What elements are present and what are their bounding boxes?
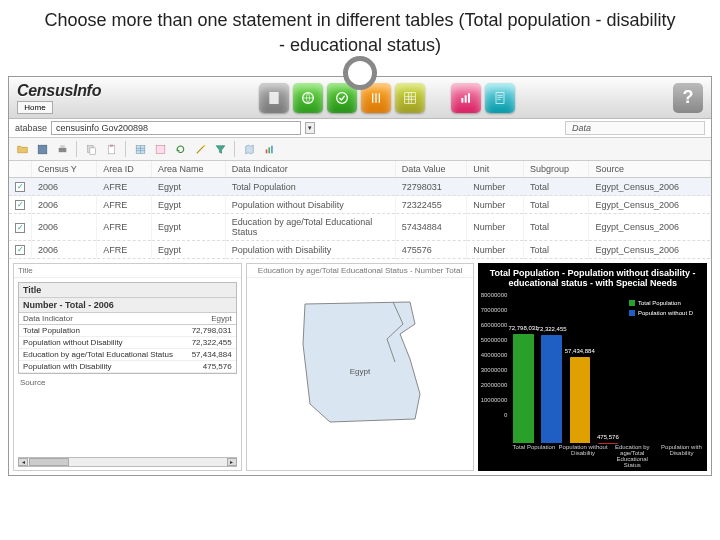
chart-bar[interactable]: 475,576 <box>598 443 618 444</box>
ptable-header-left: Data Indicator <box>23 314 73 323</box>
chart-plot-area: 8000000070000000600000005000000040000000… <box>479 290 626 443</box>
database-dropdown-button[interactable]: ▾ <box>305 122 315 134</box>
svg-rect-8 <box>38 145 47 154</box>
grid-icon <box>402 90 418 106</box>
col-unit[interactable]: Unit <box>467 161 524 178</box>
panel-chart: Total Population - Population without di… <box>478 263 707 471</box>
panel-table-row: Population with Disability475,576 <box>19 361 236 373</box>
save-button[interactable] <box>33 140 51 158</box>
data-panel-label: Data <box>565 121 705 135</box>
svg-rect-13 <box>108 146 115 154</box>
panel-table-scrollbar[interactable]: ◂ ▸ <box>18 457 237 467</box>
svg-rect-12 <box>89 148 94 155</box>
chart-bar[interactable]: 72,798,031 <box>513 334 533 443</box>
row-checkbox[interactable]: ✓ <box>15 182 25 192</box>
print-button[interactable] <box>53 140 71 158</box>
svg-point-2 <box>337 93 348 104</box>
col-source[interactable]: Source <box>589 161 711 178</box>
toolbar <box>9 138 711 161</box>
disk-icon <box>36 143 49 156</box>
panel-table: Title Title Number - Total - 2006 Data I… <box>13 263 242 471</box>
svg-rect-5 <box>465 95 467 102</box>
panel-table-tab[interactable]: Title <box>14 264 241 278</box>
panel-table-subtitle: Number - Total - 2006 <box>19 298 236 313</box>
app-window: CensusInfo Home ? atabase censusinfo Gov… <box>8 76 712 476</box>
svg-rect-18 <box>265 149 267 153</box>
sliders-icon <box>368 90 384 106</box>
chart-bar[interactable]: 57,434,884 <box>570 357 590 443</box>
svg-rect-0 <box>269 92 278 104</box>
database-row: atabase censusinfo Gov200898 ▾ Data <box>9 119 711 138</box>
row-checkbox[interactable]: ✓ <box>15 223 25 233</box>
table-view-button[interactable] <box>131 140 149 158</box>
ptable-header-right: Egypt <box>211 314 231 323</box>
database-field[interactable]: censusinfo Gov200898 <box>51 121 301 135</box>
nav-chart-button[interactable] <box>451 83 481 113</box>
barchart-icon <box>263 143 276 156</box>
chart-icon <box>458 90 474 106</box>
map-tool-button[interactable] <box>240 140 258 158</box>
svg-rect-16 <box>156 146 165 154</box>
page-icon <box>492 90 508 106</box>
panel-table-source: Source <box>14 378 241 387</box>
app-logo: CensusInfo <box>17 82 101 100</box>
nav-grid-button[interactable] <box>395 83 425 113</box>
svg-rect-9 <box>58 148 66 152</box>
table-row[interactable]: ✓2006AFREEgyptTotal Population72798031Nu… <box>9 178 711 196</box>
wand-icon <box>194 143 207 156</box>
scroll-left-button[interactable]: ◂ <box>18 458 28 466</box>
nav-doc-button[interactable] <box>259 83 289 113</box>
pivot-button[interactable] <box>151 140 169 158</box>
folder-icon <box>16 143 29 156</box>
row-checkbox[interactable]: ✓ <box>15 200 25 210</box>
table-header-row: Census Y Area ID Area Name Data Indicato… <box>9 161 711 178</box>
paste-button[interactable] <box>102 140 120 158</box>
funnel-icon <box>214 143 227 156</box>
chart-x-axis: Total PopulationPopulation without Disab… <box>479 443 706 470</box>
chart-bar[interactable]: 72,322,455 <box>541 335 561 443</box>
svg-rect-6 <box>468 93 470 102</box>
reload-button[interactable] <box>171 140 189 158</box>
filter-button[interactable] <box>211 140 229 158</box>
legend-item: Total Population <box>629 300 703 306</box>
home-button[interactable]: Home <box>17 101 53 114</box>
data-table: Census Y Area ID Area Name Data Indicato… <box>9 161 711 259</box>
egypt-map-icon[interactable] <box>275 284 445 434</box>
col-indicator[interactable]: Data Indicator <box>225 161 395 178</box>
col-year[interactable]: Census Y <box>32 161 97 178</box>
svg-rect-10 <box>60 145 64 148</box>
svg-rect-20 <box>271 146 273 154</box>
print-icon <box>56 143 69 156</box>
svg-rect-19 <box>268 147 270 153</box>
col-area-name[interactable]: Area Name <box>152 161 226 178</box>
chart-tool-button[interactable] <box>260 140 278 158</box>
panel-table-title: Title <box>19 283 236 298</box>
col-area-id[interactable]: Area ID <box>97 161 152 178</box>
nav-page-button[interactable] <box>485 83 515 113</box>
scroll-thumb[interactable] <box>29 458 69 466</box>
preview-panels: Title Title Number - Total - 2006 Data I… <box>9 259 711 475</box>
nav-globe-button[interactable] <box>293 83 323 113</box>
svg-point-17 <box>203 145 205 147</box>
panel-map: Education by age/Total Educational Statu… <box>246 263 475 471</box>
pivot-icon <box>154 143 167 156</box>
table-row[interactable]: ✓2006AFREEgyptEducation by age/Total Edu… <box>9 214 711 241</box>
wizard-button[interactable] <box>191 140 209 158</box>
col-subgroup[interactable]: Subgroup <box>523 161 589 178</box>
help-button[interactable]: ? <box>673 83 703 113</box>
open-button[interactable] <box>13 140 31 158</box>
map-icon <box>243 143 256 156</box>
table-icon <box>134 143 147 156</box>
doc-icon <box>266 90 282 106</box>
col-value[interactable]: Data Value <box>395 161 467 178</box>
panel-table-row: Total Population72,798,031 <box>19 325 236 337</box>
scroll-right-button[interactable]: ▸ <box>227 458 237 466</box>
table-row[interactable]: ✓2006AFREEgyptPopulation with Disability… <box>9 241 711 259</box>
main-nav-cubes <box>259 83 515 113</box>
row-checkbox[interactable]: ✓ <box>15 245 25 255</box>
svg-rect-3 <box>405 93 416 104</box>
copy-button[interactable] <box>82 140 100 158</box>
table-row[interactable]: ✓2006AFREEgyptPopulation without Disabil… <box>9 196 711 214</box>
slide-title: Choose more than one statement in differ… <box>0 0 720 62</box>
col-check[interactable] <box>9 161 32 178</box>
